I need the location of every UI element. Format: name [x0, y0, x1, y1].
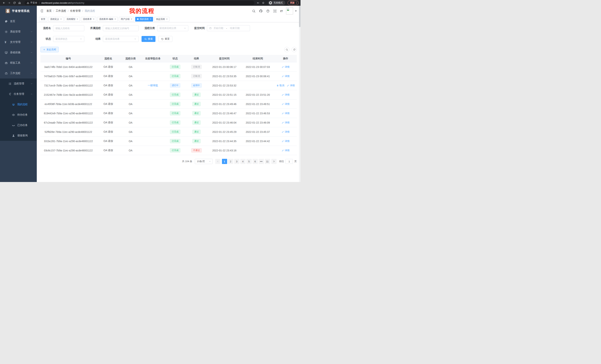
- detail-link[interactable]: 详情: [287, 84, 295, 87]
- detail-link[interactable]: 详情: [282, 149, 290, 152]
- sidebar-item-infrastructure[interactable]: 基础设施: [0, 47, 37, 58]
- refresh-table-button[interactable]: [291, 47, 297, 52]
- browser-reload-icon[interactable]: [12, 1, 16, 5]
- tab-process-form[interactable]: 流程表单×: [81, 17, 96, 21]
- page-button-6[interactable]: 6: [253, 159, 258, 164]
- detail-link[interactable]: 详情: [282, 75, 290, 78]
- tab-home[interactable]: 首页: [39, 17, 47, 21]
- browser-back-icon[interactable]: [2, 1, 6, 5]
- cell-actions: 详情: [274, 149, 297, 152]
- close-icon[interactable]: ×: [115, 18, 116, 20]
- help-icon[interactable]: [266, 9, 270, 13]
- column-header-current-task: 当前审批任务: [141, 57, 165, 60]
- tab-process-model[interactable]: 流程模型×: [65, 17, 80, 21]
- detail-link[interactable]: 详情: [282, 112, 290, 115]
- sidebar-item-task-management[interactable]: 任务管理: [0, 89, 37, 99]
- page-size-select[interactable]: 10条/页: [195, 159, 213, 164]
- detail-link[interactable]: 详情: [282, 65, 290, 69]
- category-label: 流程分类: [143, 27, 155, 30]
- search-button[interactable]: 搜索: [141, 36, 155, 42]
- bookmark-star-icon[interactable]: [261, 1, 265, 5]
- tab-process-form-edit[interactable]: 流程表单-编辑×: [97, 17, 118, 21]
- tab-start-process[interactable]: 发起流程×: [154, 17, 169, 21]
- url-text: dashboard.yudao.iocoder.cn/bpm/task/my: [41, 2, 84, 4]
- hide-search-button[interactable]: [284, 47, 289, 52]
- sidebar-item-done-tasks[interactable]: 已办任务: [0, 120, 37, 130]
- page-button-11[interactable]: 11: [265, 159, 270, 164]
- cell-end-time: 2022-01-22 23:49:51: [241, 103, 274, 105]
- password-key-icon[interactable]: [256, 1, 260, 5]
- avatar-caret-icon[interactable]: [295, 10, 297, 12]
- cell-status: 已完成: [165, 111, 185, 115]
- fullscreen-icon[interactable]: [273, 9, 277, 13]
- cancel-link[interactable]: 取消: [277, 84, 284, 87]
- task-link[interactable]: 一级审批: [148, 84, 158, 87]
- breadcrumb-item[interactable]: 任务管理: [70, 9, 80, 13]
- scrollbar-thumb[interactable]: [299, 6, 300, 27]
- detail-link[interactable]: 详情: [282, 140, 290, 143]
- edit-icon: [282, 122, 284, 124]
- detail-link[interactable]: 详情: [282, 121, 290, 124]
- avatar[interactable]: [286, 7, 293, 14]
- page-button-5[interactable]: 5: [246, 159, 252, 164]
- goto-page-input[interactable]: [285, 159, 293, 164]
- close-icon[interactable]: ×: [77, 18, 78, 20]
- result-select[interactable]: 请选择流结果: [103, 36, 139, 42]
- process-name-input[interactable]: [53, 25, 84, 31]
- sidebar-item-my-process[interactable]: 我的流程: [0, 99, 37, 110]
- sidebar-item-system-management[interactable]: 系统管理: [0, 27, 37, 37]
- detail-link[interactable]: 详情: [282, 102, 290, 106]
- category-select[interactable]: 请选择流程分类: [157, 25, 188, 31]
- table-row: 03c6c157-7b9a-11ec-a290-acde48001122OA 请…: [40, 146, 297, 155]
- page-button-3[interactable]: 3: [234, 159, 239, 164]
- github-icon[interactable]: [259, 9, 263, 13]
- page-button-4[interactable]: 4: [240, 159, 246, 164]
- calendar-icon: [209, 27, 212, 29]
- kebab-menu-icon[interactable]: [296, 2, 297, 4]
- cell-category: OA: [120, 103, 141, 105]
- close-icon[interactable]: ×: [166, 18, 168, 20]
- detail-link[interactable]: 详情: [282, 130, 290, 134]
- sidebar-item-dev-tools[interactable]: 研发工具: [0, 58, 37, 68]
- cell-id: 3ad174fb-7b9d-11ec-8404-acde48001122: [40, 66, 96, 68]
- close-icon[interactable]: ×: [150, 18, 151, 20]
- parent-process-input[interactable]: [103, 25, 139, 31]
- sidebar-item-todo-tasks[interactable]: 待办任务: [0, 110, 37, 120]
- breadcrumb-item[interactable]: 首页: [46, 9, 52, 13]
- close-icon[interactable]: ×: [131, 18, 132, 20]
- submit-time-range-picker[interactable]: 开始日期 - 结束日期: [207, 25, 250, 31]
- tab-my-process[interactable]: 我的流程×: [135, 17, 153, 21]
- close-icon[interactable]: ×: [93, 18, 94, 20]
- search-icon[interactable]: [252, 9, 256, 13]
- reset-button[interactable]: 重置: [159, 36, 172, 42]
- text-size-icon[interactable]: tT: [280, 9, 283, 13]
- chevron-down-icon: [30, 41, 33, 43]
- cell-submit-time: 2022-01-22 23:46:47: [208, 112, 241, 115]
- start-process-button[interactable]: 发起流程: [40, 47, 59, 52]
- browser-forward-icon[interactable]: [7, 1, 11, 5]
- close-icon[interactable]: ×: [60, 18, 62, 20]
- page-scrollbar[interactable]: [299, 6, 300, 182]
- menu-fold-icon[interactable]: [40, 9, 43, 13]
- status-select[interactable]: 请选择状态: [53, 36, 84, 42]
- sidebar-item-process-management[interactable]: 流程管理: [0, 78, 37, 89]
- table-row: 7317cec6-7b9b-11ec-b5b7-acde48001122OA 请…: [40, 81, 297, 90]
- detail-link[interactable]: 详情: [282, 93, 290, 96]
- page-ellipsis[interactable]: •••: [259, 159, 264, 164]
- update-button[interactable]: 更新: [288, 0, 299, 5]
- sidebar-item-home[interactable]: 首页: [0, 16, 37, 27]
- page-button-1[interactable]: 1: [222, 159, 227, 164]
- prev-page-button[interactable]: [215, 159, 220, 164]
- next-page-button[interactable]: [271, 159, 277, 164]
- sidebar-item-payment-management[interactable]: ¥支付管理: [0, 37, 37, 47]
- breadcrumb-item[interactable]: 工作流程: [56, 9, 66, 13]
- page-button-2[interactable]: 2: [228, 159, 233, 164]
- address-bar[interactable]: 不安全 dashboard.yudao.iocoder.cn/bpm/task/…: [25, 1, 254, 5]
- sidebar-item-leave-query[interactable]: 请假查询: [0, 130, 37, 141]
- eye-closed-icon: [12, 124, 15, 127]
- edit-icon: [282, 140, 284, 142]
- browser-home-icon[interactable]: [18, 1, 21, 5]
- sidebar-item-workflow[interactable]: 工作流程: [0, 68, 37, 78]
- tab-process-definition[interactable]: 流程定义×: [48, 17, 63, 21]
- tab-user-group[interactable]: 用户分组×: [119, 17, 134, 21]
